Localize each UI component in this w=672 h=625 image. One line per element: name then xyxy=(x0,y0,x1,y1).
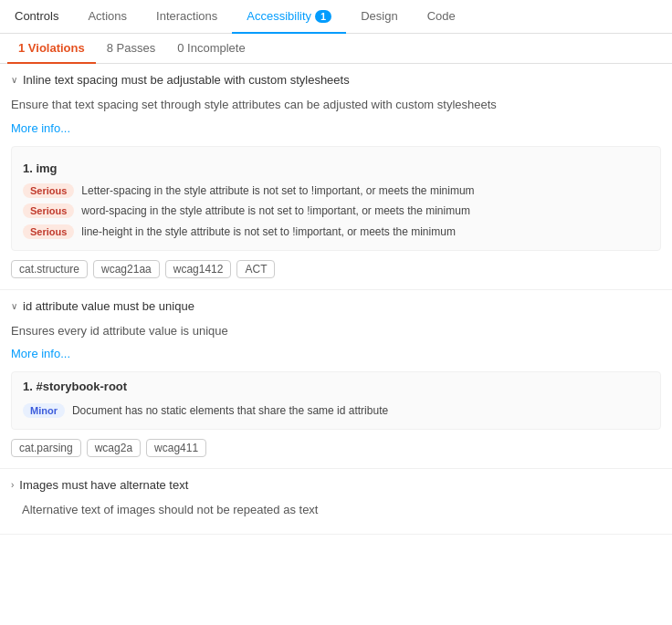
issue-text: line-height in the style attribute is no… xyxy=(81,224,456,240)
section-inline-text-spacing: ∨ Inline text spacing must be adjustable… xyxy=(0,64,672,290)
tab-accessibility[interactable]: Accessibility 1 xyxy=(232,0,346,34)
badge-serious: Serious xyxy=(23,203,74,218)
sub-tabs: 1 Violations 8 Passes 0 Incomplete xyxy=(0,34,672,64)
section-1-header[interactable]: ∨ Inline text spacing must be adjustable… xyxy=(0,64,672,96)
section-1-item-block: 1. img Serious Letter-spacing in the sty… xyxy=(11,146,661,251)
content-area: ∨ Inline text spacing must be adjustable… xyxy=(0,64,672,535)
section-2-item-block: 1. #storybook-root Minor Document has no… xyxy=(11,371,661,430)
sub-tab-incomplete[interactable]: 0 Incomplete xyxy=(166,34,256,64)
tab-interactions[interactable]: Interactions xyxy=(142,0,232,34)
section-1-tags: cat.structure wcag21aa wcag1412 ACT xyxy=(11,260,661,278)
section-1-description: Ensure that text spacing set through sty… xyxy=(11,96,661,114)
tag: wcag411 xyxy=(146,439,206,457)
chevron-down-icon: ∨ xyxy=(11,75,17,85)
section-2-description: Ensures every id attribute value is uniq… xyxy=(11,322,661,340)
tag: cat.parsing xyxy=(11,439,81,457)
section-3-header[interactable]: › Images must have alternate text xyxy=(0,469,672,501)
issue-row: Minor Document has no static elements th… xyxy=(23,401,649,422)
issue-row: Serious word-spacing in the style attrib… xyxy=(23,201,649,222)
nav-tabs: Controls Actions Interactions Accessibil… xyxy=(0,0,672,34)
chevron-down-icon: ∨ xyxy=(11,301,17,311)
section-2-body: Ensures every id attribute value is uniq… xyxy=(0,322,672,468)
issue-text: word-spacing in the style attribute is n… xyxy=(81,203,470,219)
section-1-more-info[interactable]: More info... xyxy=(11,121,70,135)
section-3-body: Alternative text of images should not be… xyxy=(0,501,672,534)
issue-text: Letter-spacing in the style attribute is… xyxy=(81,183,474,199)
issue-text: Document has no static elements that sha… xyxy=(72,403,388,419)
badge-serious: Serious xyxy=(23,183,74,198)
tab-design[interactable]: Design xyxy=(346,0,412,34)
sub-tab-violations[interactable]: 1 Violations xyxy=(7,34,96,64)
section-2-item-title: 1. #storybook-root xyxy=(23,380,649,393)
section-2-tags: cat.parsing wcag2a wcag411 xyxy=(11,439,661,457)
tag: wcag2a xyxy=(87,439,141,457)
chevron-right-icon: › xyxy=(11,480,14,490)
badge-minor: Minor xyxy=(23,403,65,418)
sub-tab-passes[interactable]: 8 Passes xyxy=(96,34,166,64)
section-1-item-title: 1. img xyxy=(23,154,649,181)
tab-actions[interactable]: Actions xyxy=(73,0,142,34)
section-1-body: Ensure that text spacing set through sty… xyxy=(0,96,672,289)
tag: ACT xyxy=(236,260,275,278)
section-2-header[interactable]: ∨ id attribute value must be unique xyxy=(0,290,672,322)
badge-serious: Serious xyxy=(23,224,74,239)
tab-controls[interactable]: Controls xyxy=(0,0,73,34)
issue-row: Serious Letter-spacing in the style attr… xyxy=(23,181,649,202)
section-2-more-info[interactable]: More info... xyxy=(11,347,70,360)
section-3-description: Alternative text of images should not be… xyxy=(22,501,661,519)
section-images-alt-text: › Images must have alternate text Altern… xyxy=(0,469,672,535)
tab-code[interactable]: Code xyxy=(413,0,470,34)
tag: wcag21aa xyxy=(93,260,160,278)
tag: wcag1412 xyxy=(165,260,232,278)
section-id-unique: ∨ id attribute value must be unique Ensu… xyxy=(0,290,672,469)
accessibility-badge: 1 xyxy=(315,10,331,23)
issue-row: Serious line-height in the style attribu… xyxy=(23,222,649,243)
tag: cat.structure xyxy=(11,260,88,278)
